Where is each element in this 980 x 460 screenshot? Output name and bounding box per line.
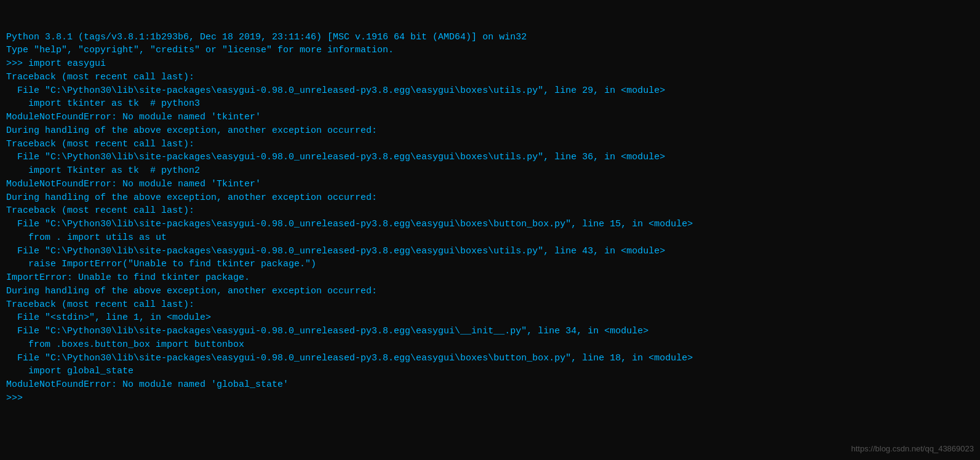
terminal-line: Type "help", "copyright", "credits" or "… <box>6 44 974 57</box>
watermark: https://blog.csdn.net/qq_43869023 <box>851 443 974 455</box>
terminal-line: from . import utils as ut <box>6 231 974 245</box>
terminal-line: >>> import easygui <box>6 57 974 71</box>
terminal-line: File "C:\Python30\lib\site-packages\easy… <box>6 245 974 258</box>
terminal-output: Python 3.8.1 (tags/v3.8.1:1b293b6, Dec 1… <box>6 31 974 405</box>
terminal-line: File "<stdin>", line 1, in <module> <box>6 311 974 325</box>
terminal-line: During handling of the above exception, … <box>6 285 974 298</box>
terminal-line: File "C:\Python30\lib\site-packages\easy… <box>6 151 974 164</box>
terminal-line: Traceback (most recent call last): <box>6 298 974 312</box>
terminal-line: During handling of the above exception, … <box>6 191 974 205</box>
terminal-line: >>> <box>6 392 974 405</box>
terminal-line: During handling of the above exception, … <box>6 124 974 138</box>
terminal-line: from .boxes.button_box import buttonbox <box>6 338 974 352</box>
terminal-line: File "C:\Python30\lib\site-packages\easy… <box>6 352 974 365</box>
terminal-line: import global_state <box>6 365 974 378</box>
terminal-line: File "C:\Python30\lib\site-packages\easy… <box>6 218 974 231</box>
terminal-line: Python 3.8.1 (tags/v3.8.1:1b293b6, Dec 1… <box>6 31 974 44</box>
terminal-line: File "C:\Python30\lib\site-packages\easy… <box>6 325 974 338</box>
terminal-line: ImportError: Unable to find tkinter pack… <box>6 271 974 285</box>
terminal-line: ModuleNotFoundError: No module named 'gl… <box>6 378 974 392</box>
terminal-line: ModuleNotFoundError: No module named 'Tk… <box>6 178 974 191</box>
terminal-line: Traceback (most recent call last): <box>6 204 974 218</box>
terminal-line: import Tkinter as tk # python2 <box>6 164 974 178</box>
terminal-line: ModuleNotFoundError: No module named 'tk… <box>6 111 974 124</box>
terminal-line: import tkinter as tk # python3 <box>6 97 974 111</box>
terminal-line: Traceback (most recent call last): <box>6 71 974 84</box>
terminal-window: Python 3.8.1 (tags/v3.8.1:1b293b6, Dec 1… <box>0 0 980 460</box>
terminal-line: Traceback (most recent call last): <box>6 138 974 151</box>
terminal-line: File "C:\Python30\lib\site-packages\easy… <box>6 84 974 98</box>
terminal-line: raise ImportError("Unable to find tkinte… <box>6 258 974 271</box>
